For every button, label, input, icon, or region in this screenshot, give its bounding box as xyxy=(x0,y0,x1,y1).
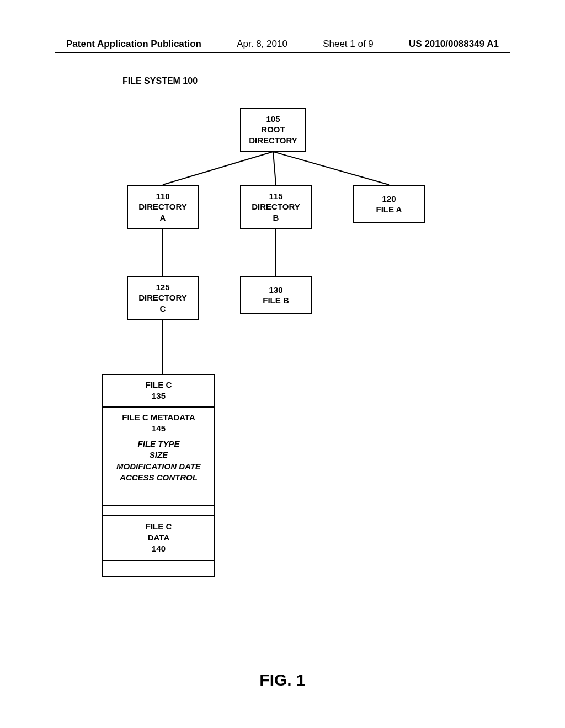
node-label: DIRECTORY xyxy=(138,201,187,212)
node-number: 110 xyxy=(156,191,169,202)
node-label: DIRECTORY xyxy=(249,135,297,146)
svg-line-1 xyxy=(273,152,276,185)
node-label: FILE B xyxy=(263,295,289,306)
node-label: FILE A xyxy=(376,204,402,215)
header-date: Apr. 8, 2010 xyxy=(237,39,287,50)
file-c-title-num: 135 xyxy=(105,390,212,402)
meta-field: SIZE xyxy=(105,449,212,461)
file-c-data-sub: DATA xyxy=(105,532,212,543)
node-number: 125 xyxy=(156,282,169,293)
node-number: 105 xyxy=(266,114,280,125)
file-c-title: FILE C xyxy=(105,379,212,390)
node-number: 120 xyxy=(382,194,396,205)
node-label: ROOT xyxy=(261,124,285,135)
file-c-bottom-spacer xyxy=(102,560,215,577)
file-c-meta-fields: FILE TYPE SIZE MODIFICATION DATE ACCESS … xyxy=(105,438,212,483)
file-c-metadata-section: FILE C METADATA 145 FILE TYPE SIZE MODIF… xyxy=(102,406,215,506)
node-label: DIRECTORY xyxy=(138,292,187,303)
figure-label: FIG. 1 xyxy=(0,671,565,689)
file-b-node: 130 FILE B xyxy=(240,276,312,314)
node-number: 115 xyxy=(269,191,282,202)
file-c-meta-num: 145 xyxy=(105,423,212,434)
header-sheet: Sheet 1 of 9 xyxy=(323,39,374,50)
page-header: Patent Application Publication Apr. 8, 2… xyxy=(0,39,565,50)
svg-line-0 xyxy=(163,152,273,185)
meta-field: FILE TYPE xyxy=(105,438,212,449)
file-c-meta-title: FILE C METADATA xyxy=(105,412,212,423)
file-system-title: FILE SYSTEM 100 xyxy=(122,76,198,86)
directory-a-node: 110 DIRECTORY A xyxy=(127,185,199,229)
meta-field: MODIFICATION DATE xyxy=(105,461,212,472)
svg-line-2 xyxy=(273,152,389,185)
node-label: DIRECTORY xyxy=(252,201,300,212)
header-left: Patent Application Publication xyxy=(66,39,201,50)
file-c-data-num: 140 xyxy=(105,543,212,554)
file-a-node: 120 FILE A xyxy=(353,185,425,223)
file-c-composite: FILE C 135 FILE C METADATA 145 FILE TYPE… xyxy=(102,375,215,577)
file-c-spacer xyxy=(102,505,215,516)
node-label: A xyxy=(160,212,166,223)
node-label: C xyxy=(160,303,166,314)
root-directory-node: 105 ROOT DIRECTORY xyxy=(240,108,306,152)
header-right: US 2010/0088349 A1 xyxy=(409,39,499,50)
node-label: B xyxy=(273,212,279,223)
directory-b-node: 115 DIRECTORY B xyxy=(240,185,312,229)
directory-c-node: 125 DIRECTORY C xyxy=(127,276,199,320)
meta-field: ACCESS CONTROL xyxy=(105,472,212,483)
node-number: 130 xyxy=(269,285,282,296)
header-divider xyxy=(55,52,510,53)
file-c-data-title: FILE C xyxy=(105,521,212,532)
file-c-data-section: FILE C DATA 140 xyxy=(102,515,215,561)
file-c-title-section: FILE C 135 xyxy=(102,374,215,408)
